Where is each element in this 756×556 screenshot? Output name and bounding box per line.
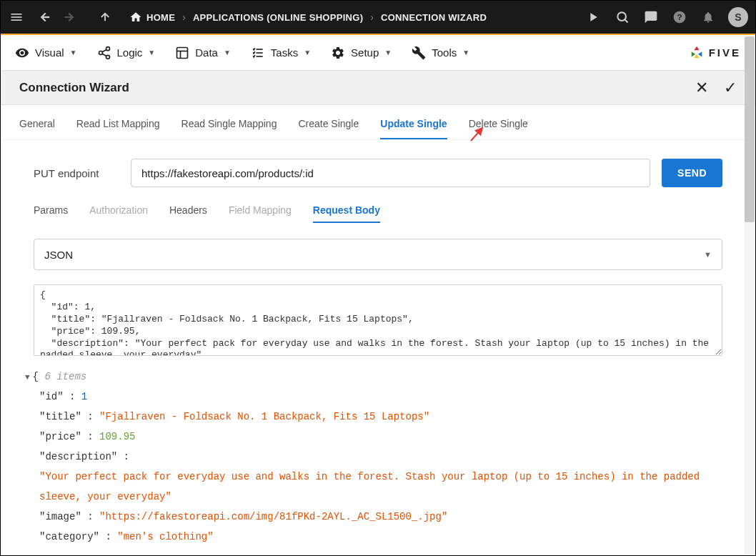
wrench-icon (412, 46, 426, 60)
svg-point-7 (617, 12, 626, 21)
home-icon (129, 11, 142, 24)
scrollbar-thumb[interactable] (745, 36, 755, 222)
gear-icon (331, 46, 345, 60)
chevron-right-icon: › (182, 11, 186, 23)
forward-icon[interactable] (62, 9, 79, 26)
menubar: Visual ▼ Logic ▼ Data ▼ Tasks ▼ Setup ▼ … (1, 35, 755, 71)
breadcrumb-label: CONNECTION WIZARD (381, 12, 487, 23)
svg-point-13 (106, 55, 109, 59)
play-icon[interactable] (585, 9, 602, 26)
menu-label: Tasks (271, 46, 298, 59)
caret-down-icon: ▼ (462, 49, 469, 56)
svg-point-12 (99, 51, 102, 54)
chevron-right-icon: › (370, 11, 374, 23)
svg-marker-22 (694, 46, 699, 50)
subtab-authorization[interactable]: Authorization (89, 200, 148, 223)
tab-read-single-mapping[interactable]: Read Single Mapping (181, 112, 277, 139)
subtab-field-mapping[interactable]: Field Mapping (229, 200, 292, 223)
menu-tasks[interactable]: Tasks ▼ (251, 46, 311, 60)
breadcrumb-connection-wizard[interactable]: CONNECTION WIZARD (381, 12, 487, 23)
panel-actions: ✕ ✓ (695, 79, 737, 97)
caret-down-icon: ▼ (70, 49, 77, 56)
menu-logic[interactable]: Logic ▼ (97, 46, 156, 60)
menu-label: Visual (35, 46, 64, 59)
menu-tools[interactable]: Tools ▼ (412, 46, 469, 60)
menu-label: Logic (117, 46, 143, 59)
menu-data[interactable]: Data ▼ (175, 46, 231, 60)
panel-title: Connection Wizard (19, 81, 129, 95)
endpoint-input[interactable] (131, 159, 650, 187)
topbar-left: HOME › APPLICATIONS (ONLINE SHOPPING) › … (8, 9, 487, 26)
breadcrumb-applications[interactable]: APPLICATIONS (ONLINE SHOPPING) (193, 12, 363, 23)
svg-marker-25 (694, 54, 699, 58)
eye-icon (15, 46, 29, 60)
search-icon[interactable] (614, 9, 631, 26)
subtabs: Params Authorization Headers Field Mappi… (34, 200, 722, 223)
svg-marker-6 (590, 13, 597, 21)
caret-down-icon: ▼ (224, 49, 231, 56)
send-button[interactable]: SEND (662, 159, 722, 187)
body-type-value: JSON (44, 249, 73, 261)
breadcrumb: HOME › APPLICATIONS (ONLINE SHOPPING) › … (129, 11, 487, 24)
check-icon[interactable]: ✓ (724, 79, 737, 97)
svg-rect-16 (177, 47, 188, 58)
grid-icon (175, 46, 189, 60)
svg-line-15 (102, 54, 106, 56)
avatar[interactable]: S (728, 7, 748, 27)
request-body-textarea[interactable] (34, 284, 722, 356)
list-icon (251, 46, 265, 60)
help-icon[interactable]: ? (671, 9, 688, 26)
caret-down-icon: ▼ (704, 250, 712, 259)
content: PUT endpoint SEND Params Authorization H… (1, 140, 755, 554)
json-row: "title" : "Fjallraven - Foldsack No. 1 B… (39, 407, 722, 427)
main-tabs: General Read List Mapping Read Single Ma… (1, 105, 755, 140)
breadcrumb-home[interactable]: HOME (129, 11, 175, 24)
json-row: "id" : 1 (39, 387, 722, 407)
close-icon[interactable]: ✕ (695, 79, 708, 97)
svg-marker-24 (697, 51, 702, 56)
body-type-select[interactable]: JSON ▼ (34, 239, 722, 270)
item-count: 6 items (44, 371, 86, 382)
svg-marker-23 (691, 51, 695, 56)
svg-point-11 (106, 46, 109, 50)
breadcrumb-label: HOME (146, 12, 175, 23)
upload-icon[interactable] (96, 9, 114, 26)
menu-label: Data (195, 46, 218, 59)
tab-create-single[interactable]: Create Single (298, 112, 359, 139)
tab-read-list-mapping[interactable]: Read List Mapping (76, 112, 160, 139)
collapse-icon[interactable]: ▼ (25, 373, 30, 382)
back-icon[interactable] (35, 9, 52, 26)
menu-label: Setup (351, 46, 379, 59)
chat-icon[interactable] (642, 9, 660, 26)
subtab-headers[interactable]: Headers (169, 200, 207, 223)
avatar-letter: S (735, 11, 741, 23)
json-row: "price" : 109.95 (39, 427, 722, 447)
tab-delete-single[interactable]: Delete Single (469, 112, 528, 139)
subtab-params[interactable]: Params (34, 200, 68, 223)
json-row: "category" : "men's clothing" (39, 527, 722, 547)
menu-visual[interactable]: Visual ▼ (15, 46, 77, 60)
json-row: "description" : "Your perfect pack for e… (39, 447, 722, 507)
svg-line-14 (102, 49, 106, 51)
tab-general[interactable]: General (19, 112, 55, 139)
logo-icon (689, 45, 705, 61)
bell-icon[interactable] (700, 9, 717, 26)
json-viewer: ▼{ 6 items "id" : 1"title" : "Fjallraven… (25, 367, 722, 547)
svg-text:?: ? (677, 12, 682, 21)
topbar: HOME › APPLICATIONS (ONLINE SHOPPING) › … (1, 1, 755, 35)
menu-icon[interactable] (8, 9, 25, 26)
menu-label: Tools (432, 46, 457, 59)
subtab-request-body[interactable]: Request Body (313, 200, 380, 223)
topbar-right: ? S (585, 7, 748, 27)
json-root: ▼{ 6 items (25, 367, 722, 387)
menu-setup[interactable]: Setup ▼ (331, 46, 392, 60)
caret-down-icon: ▼ (304, 49, 311, 56)
caret-down-icon: ▼ (384, 49, 392, 56)
endpoint-label: PUT endpoint (34, 167, 119, 179)
tab-update-single[interactable]: Update Single (380, 112, 447, 139)
breadcrumb-label: APPLICATIONS (ONLINE SHOPPING) (193, 12, 363, 23)
scrollbar[interactable] (745, 36, 755, 555)
endpoint-row: PUT endpoint SEND (34, 159, 722, 187)
caret-down-icon: ▼ (148, 49, 155, 56)
logo-text: FIVE (709, 46, 741, 59)
